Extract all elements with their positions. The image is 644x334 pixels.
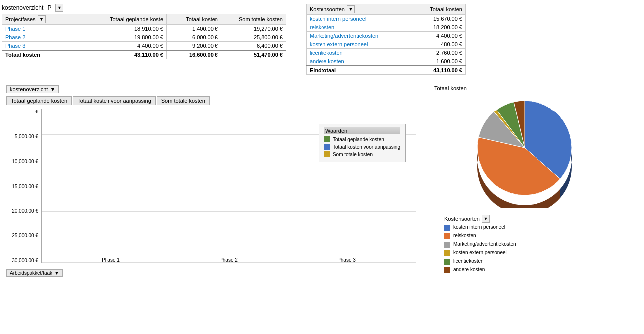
- bottom-section: kostenoverzicht ▼ Totaal geplande kosten…: [2, 81, 642, 281]
- y-axis-label: 15,000.00 €: [6, 184, 38, 189]
- legend-color-box: [324, 144, 330, 150]
- bottom-filter-button[interactable]: Arbeidspakket/taak ▼: [6, 269, 63, 277]
- tab-geplande-kosten[interactable]: Totaal geplande kosten: [6, 96, 72, 105]
- phase-label: Phase 2: [2, 33, 102, 42]
- top-section: kostenoverzicht P ▼ Projectfases ▼ Totaa…: [2, 4, 642, 75]
- pie-legend-label: kosten intern personeel: [453, 224, 505, 230]
- col-totaal-kosten-right: Totaal kosten: [406, 4, 466, 15]
- actual-cost: 9,200.00 €: [167, 42, 221, 51]
- chart-inner: Phase 1Phase 2Phase 3 Waarden Totaal gep…: [41, 109, 416, 263]
- x-axis-label: Phase 2: [219, 257, 238, 263]
- kostensoort-amount: 18,200.00 €: [406, 23, 466, 32]
- projectfases-filter-btn[interactable]: ▼: [38, 15, 46, 23]
- bar-legend-item: Som totale kosten: [324, 151, 400, 157]
- actual-cost: 1,400.00 €: [167, 25, 221, 33]
- legend-label: Totaal kosten voor aanpassing: [333, 144, 400, 150]
- bar-legend-item: Totaal geplande kosten: [324, 136, 400, 142]
- y-axis-label: 20,000.00 €: [6, 208, 38, 214]
- y-axis-label: 30,000.00 €: [6, 258, 38, 263]
- kostensoort-amount: 1,600.00 €: [406, 57, 466, 66]
- left-table-body: Phase 1 18,910.00 € 1,400.00 € 19,270.00…: [2, 25, 286, 51]
- right-table-row: kosten extern personeel 480.00 €: [307, 40, 466, 49]
- kostensoorten-filter-btn[interactable]: ▼: [347, 5, 355, 13]
- eindtotaal-label: Eindtotaal: [307, 66, 406, 75]
- planned-cost: 4,400.00 €: [102, 42, 167, 51]
- x-axis-label: Phase 3: [337, 257, 356, 263]
- pie-legend-title: Kostensoorten: [444, 216, 480, 222]
- chart-legend: Waarden Totaal geplande kosten Totaal ko…: [319, 124, 406, 162]
- legend-color-box: [324, 136, 330, 142]
- right-table-row: Marketing/advertentiekosten 4,400.00 €: [307, 32, 466, 40]
- left-table-header-row: Projectfases ▼ Totaal geplande koste Tot…: [2, 14, 286, 25]
- right-table-row: kosten intern personeel 15,670.00 €: [307, 15, 466, 23]
- col-kostensoorten: Kostensoorten ▼: [307, 4, 406, 15]
- legend-color-box: [324, 151, 330, 157]
- legend-tabs: Totaal geplande kosten Totaal kosten voo…: [6, 96, 416, 105]
- right-table-body: kosten intern personeel 15,670.00 € reis…: [307, 15, 466, 66]
- left-filter-button[interactable]: ▼: [55, 4, 63, 12]
- kostensoort-label: licentiekosten: [307, 49, 406, 57]
- right-table-row: licentiekosten 2,760.00 €: [307, 49, 466, 57]
- bar-group: Phase 2: [207, 254, 251, 263]
- pie-legend-color: [444, 259, 450, 265]
- eindtotaal-row: Eindtotaal 43,110.00 €: [307, 66, 466, 75]
- pie-legend-color: [444, 250, 450, 256]
- legend-label: Totaal geplande kosten: [333, 137, 384, 142]
- bar-legend-item: Totaal kosten voor aanpassing: [324, 144, 400, 150]
- y-axis: 30,000.00 €25,000.00 €20,000.00 €15,000.…: [6, 109, 41, 263]
- pie-legend-item: andere kosten: [444, 267, 615, 273]
- pie-legend-item: kosten extern personeel: [444, 250, 615, 256]
- y-axis-label: 10,000.00 €: [6, 159, 38, 164]
- bar-legend-items: Totaal geplande kosten Totaal kosten voo…: [324, 136, 400, 157]
- kostensoort-label: kosten intern personeel: [307, 15, 406, 23]
- pie-legend-color: [444, 267, 450, 273]
- pie-legend-title-row: Kostensoorten ▼: [444, 215, 615, 223]
- total-cost: 25,800.00 €: [221, 33, 286, 42]
- pie-legend: Kostensoorten ▼ kosten intern personeel …: [434, 215, 615, 275]
- pie-legend-item: licentiekosten: [444, 258, 615, 265]
- totaal-label: Totaal kosten: [2, 50, 102, 59]
- y-axis-label: - €: [6, 109, 38, 114]
- bar-group: Phase 3: [324, 254, 369, 263]
- pie-legend-filter-btn[interactable]: ▼: [482, 215, 490, 223]
- tab-som-totale[interactable]: Som totale kosten: [157, 96, 210, 105]
- pie-legend-label: andere kosten: [453, 267, 485, 272]
- kostensoort-label: reiskosten: [307, 23, 406, 32]
- right-table-header-row: Kostensoorten ▼ Totaal kosten: [307, 4, 466, 15]
- chart-dropdown-icon: ▼: [50, 86, 55, 92]
- right-table: Kostensoorten ▼ Totaal kosten kosten int…: [306, 4, 466, 75]
- kostensoort-amount: 480.00 €: [406, 40, 466, 49]
- x-axis-label: Phase 1: [102, 257, 120, 263]
- total-cost: 6,400.00 €: [221, 42, 286, 51]
- phase-label: Phase 1: [2, 25, 102, 33]
- pie-wrapper: Kostensoorten ▼ kosten intern personeel …: [434, 93, 615, 275]
- chart-area: 30,000.00 €25,000.00 €20,000.00 €15,000.…: [6, 109, 416, 263]
- col-totaal-gepland: Totaal geplande koste: [102, 14, 167, 25]
- kostensoort-label: Marketing/advertentiekosten: [307, 32, 406, 40]
- pie-legend-color: [444, 233, 450, 239]
- pie-legend-color: [444, 242, 450, 248]
- eindtotaal-amount: 43,110.00 €: [406, 66, 466, 75]
- pie-legend-label: reiskosten: [453, 233, 476, 238]
- totaal-row: Totaal kosten 43,110.00 € 16,600.00 € 51…: [2, 50, 286, 59]
- left-table-title-row: kostenoverzicht P ▼: [2, 4, 286, 12]
- totaal-actual: 16,600.00 €: [167, 50, 221, 59]
- left-table-row: Phase 2 19,800.00 € 6,000.00 € 25,800.00…: [2, 33, 286, 42]
- left-table-title: kostenoverzicht: [2, 4, 43, 11]
- phase-label: Phase 3: [2, 42, 102, 51]
- left-table-row: Phase 1 18,910.00 € 1,400.00 € 19,270.00…: [2, 25, 286, 33]
- bar-chart-container: kostenoverzicht ▼ Totaal geplande kosten…: [2, 81, 420, 281]
- pie-svg: [455, 93, 594, 208]
- bottom-filter-icon: ▼: [54, 270, 59, 276]
- kostensoort-label: andere kosten: [307, 57, 406, 66]
- col-projectfases: Projectfases ▼: [2, 14, 102, 25]
- tab-kosten-aanpassing[interactable]: Totaal kosten voor aanpassing: [73, 96, 156, 105]
- left-table-container: kostenoverzicht P ▼ Projectfases ▼ Totaa…: [2, 4, 286, 75]
- totaal-total: 51,470.00 €: [221, 50, 286, 59]
- legend-label: Som totale kosten: [333, 152, 373, 157]
- chart-title-button[interactable]: kostenoverzicht ▼: [6, 85, 59, 93]
- left-table-row: Phase 3 4,400.00 € 9,200.00 € 6,400.00 €: [2, 42, 286, 51]
- pie-legend-item: reiskosten: [444, 233, 615, 239]
- kostensoort-label: kosten extern personeel: [307, 40, 406, 49]
- col-som-totale: Som totale kosten: [221, 14, 286, 25]
